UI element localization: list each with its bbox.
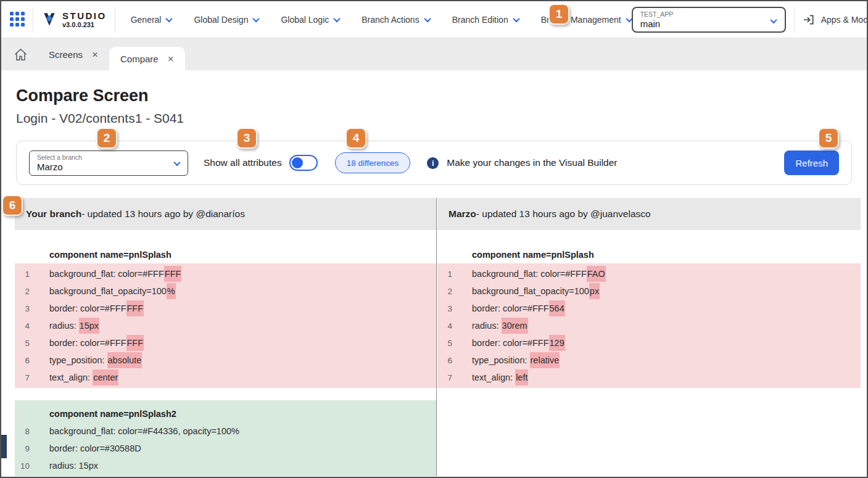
diff-row: 9border: color=#30588D — [15, 440, 436, 457]
line-number: 8 — [15, 427, 30, 436]
apps-modules-label: Apps & Modules — [821, 15, 868, 25]
show-all-attributes-toggle[interactable] — [289, 155, 318, 171]
attribute-text: type_position: relative — [472, 355, 560, 365]
panel-meta: - updated 13 hours ago by @juanvelasco — [476, 208, 651, 220]
panel-header-your-branch: Your branch - updated 13 hours ago by @d… — [15, 198, 436, 230]
nav-menu-label: General — [131, 15, 162, 25]
diff-row: 1background_flat: color=#FFFFFF — [15, 265, 436, 282]
diff-row: 4radius: 15px — [15, 317, 436, 334]
diff-row: 7text_align: center — [15, 369, 436, 386]
nav-menu-label: Global Design — [194, 15, 248, 25]
attribute-text: radius: 15px — [49, 461, 98, 471]
line-number: 7 — [15, 373, 30, 382]
diff-block-added: component name=pnlSplash2 8background_fl… — [15, 400, 436, 476]
panel-header-marzo: Marzo - updated 13 hours ago by @juanvel… — [437, 198, 861, 230]
tab-screens[interactable]: Screens × — [38, 38, 109, 70]
nav-menu-global-logic[interactable]: Global Logic — [281, 15, 339, 25]
diff-row: 1background_flat: color=#FFFFAO — [437, 265, 861, 282]
home-icon[interactable] — [14, 38, 28, 70]
callout-badge-3: 3 — [236, 128, 257, 149]
chevron-down-icon — [166, 15, 173, 22]
nav-right: TEST_APP main Apps & Modules AD — [632, 7, 868, 33]
diff-row: 2background_flat_opacity=100px — [437, 282, 861, 300]
line-number: 3 — [15, 304, 30, 313]
line-number: 3 — [437, 304, 452, 313]
branch-select-label: Select a branch — [37, 154, 169, 161]
attribute-text: background_flat: color=#F44336, opacity=… — [49, 426, 239, 436]
nav-menu-branch-edition[interactable]: Branch Edition — [452, 15, 519, 25]
attribute-text: background_flat_opacity=100px — [472, 286, 600, 296]
differences-badge[interactable]: 18 differences — [335, 152, 411, 173]
apps-modules-button[interactable]: Apps & Modules — [803, 14, 868, 26]
app-selector-label: TEST_APP — [640, 10, 764, 18]
app-branch-selector[interactable]: TEST_APP main — [632, 7, 786, 33]
nav-menu-global-design[interactable]: Global Design — [194, 15, 258, 25]
line-number: 4 — [437, 321, 452, 331]
diff-highlight: FFF — [164, 266, 182, 282]
callout-badge-1: 1 — [548, 4, 569, 25]
panel-meta: - updated 13 hours ago by @dianaríos — [81, 208, 245, 220]
nav-menu-branch-actions[interactable]: Branch Actions — [362, 15, 429, 25]
attribute-text: text_align: left — [472, 373, 528, 382]
close-icon[interactable]: × — [168, 54, 174, 64]
diff-highlight: px — [589, 283, 600, 299]
diff-row: 2background_flat_opacity=100% — [15, 282, 436, 300]
info-message: Make your changes in the Visual Builder — [447, 157, 617, 168]
chevron-down-icon — [173, 159, 180, 165]
attribute-text: border: color=#FFFFFF — [49, 303, 144, 313]
tab-bar: Screens × Compare × — [1, 38, 867, 70]
diff-highlight: left — [515, 369, 528, 385]
panel-title: Your branch — [26, 208, 81, 220]
line-number: 1 — [437, 270, 452, 279]
refresh-button[interactable]: Refresh — [784, 150, 839, 175]
diff-row: 8background_flat: color=#F44336, opacity… — [15, 422, 436, 440]
diff-row: 6type_position: relative — [437, 352, 861, 369]
callout-badge-5: 5 — [818, 128, 839, 149]
panel-title: Marzo — [448, 208, 476, 220]
diff-highlight: FFF — [126, 335, 144, 351]
edge-marker — [1, 435, 7, 458]
diff-highlight: 129 — [549, 335, 565, 351]
line-number: 2 — [437, 287, 452, 296]
page-title: Compare Screen — [16, 86, 852, 105]
diff-highlight: absolute — [107, 352, 143, 368]
line-number: 4 — [15, 321, 30, 331]
chevron-down-icon — [513, 15, 519, 22]
line-number: 1 — [15, 270, 30, 279]
compare-panels: Your branch - updated 13 hours ago by @d… — [1, 198, 867, 476]
logo-version: v3.0.0.231 — [62, 21, 107, 29]
diff-row: 5border: color=#FFF129 — [437, 334, 861, 352]
component-header: component name=pnlSplash — [15, 246, 436, 263]
app-selector-value: main — [640, 19, 764, 29]
logo-title: STUDIO — [62, 10, 107, 21]
attribute-text: background_flat_opacity=100% — [49, 286, 176, 296]
diff-row: 3border: color=#FFF564 — [437, 300, 861, 317]
diff-highlight: 15px — [79, 318, 99, 334]
attribute-text: border: color=#FFF564 — [472, 303, 565, 313]
studio-logo[interactable]: STUDIO v3.0.0.231 — [41, 10, 107, 29]
nav-menu-general[interactable]: General — [131, 15, 172, 25]
chevron-down-icon — [253, 15, 260, 22]
line-number: 2 — [15, 287, 30, 296]
nav-divider — [115, 7, 115, 32]
attribute-text: background_flat: color=#FFFFFF — [49, 269, 181, 279]
top-nav: STUDIO v3.0.0.231 General Global Design … — [1, 1, 867, 38]
tab-compare[interactable]: Compare × — [109, 47, 185, 70]
nav-menu-label: Branch Actions — [362, 15, 419, 25]
chevron-down-icon — [770, 16, 777, 23]
app-grid-icon[interactable] — [10, 12, 25, 28]
chevron-down-icon — [334, 15, 341, 22]
compare-toolbar: Select a branch Marzo Show all attribute… — [16, 141, 852, 185]
diff-highlight: FFF — [126, 300, 144, 316]
diff-block-changed: 1background_flat: color=#FFFFAO 2backgro… — [437, 263, 861, 388]
enter-arrow-icon — [803, 14, 815, 26]
line-number: 5 — [15, 339, 30, 348]
attribute-text: radius: 30rem — [472, 321, 528, 331]
diff-highlight: 564 — [549, 300, 565, 316]
tab-label: Screens — [49, 49, 83, 60]
branch-select[interactable]: Select a branch Marzo — [29, 150, 188, 176]
close-icon[interactable]: × — [92, 49, 98, 60]
attribute-text: border: color=#30588D — [49, 443, 141, 453]
diff-row: 5border: color=#FFFFFF — [15, 334, 436, 352]
diff-highlight: 30rem — [502, 318, 528, 334]
